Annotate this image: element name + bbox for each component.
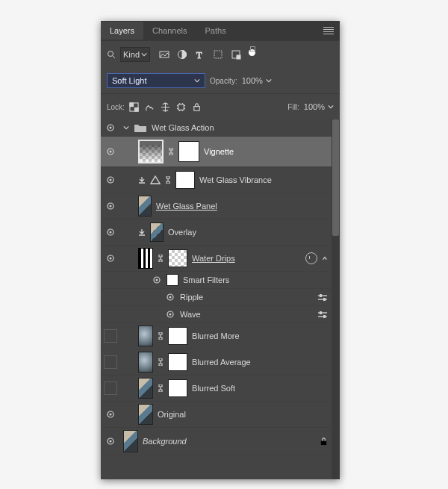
eye-icon[interactable] [165, 292, 175, 302]
visibility-toggle[interactable] [101, 227, 120, 237]
layers-list: Wet Glass Action Vignette [101, 119, 340, 479]
svg-point-18 [110, 179, 112, 181]
layer-blurred-soft[interactable]: Blurred Soft [101, 376, 340, 402]
lock-image-icon[interactable] [145, 102, 155, 112]
filter-blend-icon[interactable] [305, 252, 317, 264]
layer-mask[interactable] [168, 353, 187, 371]
layer-blurred-average[interactable]: Blurred Average [101, 349, 340, 376]
layer-vibrance[interactable]: Wet Glass Vibrance [101, 167, 340, 193]
fill-dropdown[interactable]: 100% [304, 102, 334, 111]
opacity-dropdown[interactable]: 100% [242, 76, 272, 85]
layer-thumbnail[interactable] [150, 222, 164, 242]
tab-paths[interactable]: Paths [196, 22, 235, 40]
mask-link-icon[interactable] [158, 384, 164, 392]
svg-text:T: T [196, 50, 202, 60]
layer-blurred-more[interactable]: Blurred More [101, 323, 340, 349]
pixel-filter-icon[interactable] [159, 49, 169, 60]
layer-thumbnail[interactable] [138, 326, 153, 346]
svg-point-22 [110, 231, 112, 234]
smart-filter-icon[interactable] [231, 49, 241, 60]
layer-name: Wet Glass Action [152, 123, 214, 132]
scrollbar-thumb[interactable] [332, 119, 339, 236]
layer-mask[interactable] [168, 327, 187, 345]
mask-link-icon[interactable] [158, 358, 164, 366]
filter-kind-dropdown[interactable]: Kind [120, 47, 150, 62]
layer-thumbnail[interactable] [138, 378, 153, 399]
visibility-toggle[interactable] [101, 381, 120, 395]
layer-thumbnail[interactable] [138, 140, 164, 163]
layer-filter-ripple[interactable]: Ripple [101, 289, 340, 306]
eye-icon[interactable] [152, 275, 162, 285]
layer-group[interactable]: Wet Glass Action [101, 119, 340, 137]
layer-vignette[interactable]: Vignette [101, 137, 340, 167]
clip-icon [138, 228, 146, 236]
filter-mask[interactable] [167, 274, 178, 286]
visibility-toggle[interactable] [101, 329, 120, 343]
layer-background[interactable]: Background [101, 428, 340, 455]
layer-overlay[interactable]: Overlay [101, 219, 340, 246]
mask-link-icon[interactable] [165, 176, 171, 184]
layer-name: Overlay [168, 228, 196, 237]
mask-link-icon[interactable] [158, 255, 164, 262]
svg-rect-12 [194, 106, 199, 110]
layer-mask[interactable] [168, 249, 187, 267]
filter-options-icon[interactable] [317, 311, 328, 318]
layer-name: Wet Glass Vibrance [199, 175, 272, 184]
lock-artboard-icon[interactable] [176, 102, 186, 112]
panel-menu-icon[interactable] [323, 27, 334, 34]
visibility-toggle[interactable] [101, 409, 120, 420]
layer-water-drips[interactable]: Water Drips [101, 246, 340, 272]
visibility-toggle[interactable] [101, 122, 120, 133]
layer-thumbnail[interactable] [138, 352, 153, 373]
visibility-toggle[interactable] [101, 146, 120, 157]
layer-wet-glass-panel[interactable]: Wet Glass Panel [101, 193, 340, 219]
svg-point-16 [110, 151, 112, 153]
layer-smart-filters[interactable]: Smart Filters [101, 272, 340, 289]
filter-kind-label: Kind [123, 50, 140, 59]
layer-mask[interactable] [175, 171, 195, 189]
layer-original[interactable]: Original [101, 402, 340, 428]
layer-thumbnail[interactable] [138, 404, 153, 425]
blend-mode-dropdown[interactable]: Soft Light [107, 73, 205, 88]
fill-value: 100% [304, 102, 325, 111]
layer-mask[interactable] [168, 379, 187, 397]
lock-transparent-icon[interactable] [129, 102, 139, 112]
filter-type-icons: T [159, 49, 255, 60]
layer-name: Water Drips [192, 254, 235, 263]
visibility-toggle[interactable] [101, 355, 120, 369]
layer-name: Background [143, 437, 187, 446]
adjustment-filter-icon[interactable] [177, 49, 187, 60]
fill-label: Fill: [287, 103, 299, 111]
layer-filter-wave[interactable]: Wave [101, 306, 340, 323]
layer-thumbnail[interactable] [138, 196, 152, 217]
mask-link-icon[interactable] [168, 148, 174, 155]
svg-point-40 [110, 414, 112, 416]
visibility-toggle[interactable] [101, 436, 120, 446]
svg-point-20 [110, 205, 112, 208]
layer-thumbnail[interactable] [123, 430, 138, 452]
effects-collapse-icon[interactable] [322, 255, 328, 261]
disclosure-open-icon[interactable] [123, 125, 129, 131]
shape-filter-icon[interactable] [213, 49, 223, 60]
layer-thumbnail[interactable] [138, 248, 153, 269]
svg-rect-11 [178, 104, 184, 109]
svg-rect-9 [134, 108, 138, 111]
svg-rect-32 [323, 298, 326, 301]
type-filter-icon[interactable]: T [195, 49, 205, 60]
layers-panel: Layers Channels Paths Kind T [101, 21, 340, 479]
svg-point-14 [110, 127, 112, 129]
lock-all-icon[interactable] [192, 102, 202, 112]
artboard-filter-icon[interactable] [249, 49, 255, 56]
filter-options-icon[interactable] [317, 293, 328, 301]
tab-channels[interactable]: Channels [143, 22, 196, 40]
scrollbar[interactable] [332, 119, 340, 479]
chevron-down-icon [141, 52, 147, 57]
visibility-toggle[interactable] [101, 253, 120, 264]
mask-link-icon[interactable] [158, 332, 164, 340]
lock-position-icon[interactable] [161, 102, 170, 112]
tab-layers[interactable]: Layers [101, 22, 143, 40]
layer-mask[interactable] [178, 141, 199, 162]
visibility-toggle[interactable] [101, 175, 120, 185]
visibility-toggle[interactable] [101, 201, 120, 211]
eye-icon[interactable] [165, 309, 175, 320]
